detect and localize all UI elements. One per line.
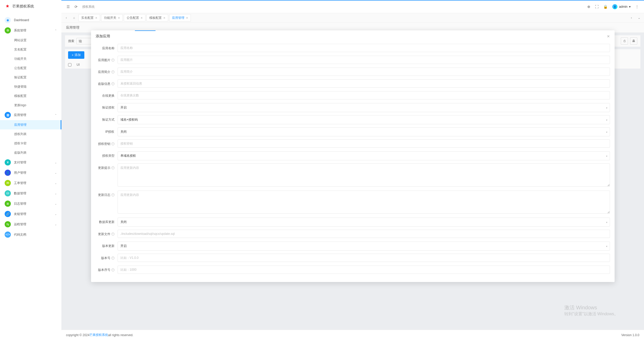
help-icon[interactable]: ? — [111, 82, 115, 85]
label-ip-auth: IP授权 — [105, 127, 114, 136]
avatar: 👤 — [612, 4, 617, 9]
sidebar-item-quick-login[interactable]: 快捷登陆 — [0, 82, 61, 91]
database-icon: ⛁ — [5, 190, 11, 196]
modal-title: 添加应用 — [96, 34, 110, 39]
help-icon[interactable]: ? — [111, 193, 115, 196]
chevron-down-icon: ⌄ — [55, 171, 57, 174]
header: ☰ ⟳ 授权系统 ⊕ ⛶ 🔒 👤 admin▾ ⋮ — [61, 0, 644, 13]
label-verify-auth: 验证授权 — [102, 103, 115, 112]
content: 应用管理 搜索 ⎙ 🖶 + 添加 — [61, 23, 644, 330]
sidebar-item-code[interactable]: </> 代码文档 — [0, 229, 61, 240]
help-icon[interactable]: ? — [111, 70, 115, 73]
sidebar-item-app-manage[interactable]: 应用管理 — [0, 120, 61, 129]
help-icon[interactable]: ? — [111, 233, 115, 236]
help-icon[interactable]: ? — [111, 256, 115, 260]
help-icon[interactable]: ? — [111, 268, 115, 271]
sidebar-item-realname[interactable]: 实名配置 — [0, 45, 61, 54]
version-seq-input[interactable] — [118, 266, 610, 274]
piracy-info-input[interactable] — [118, 79, 610, 88]
sidebar-item-pay[interactable]: ¥ 支付管理 ⌄ — [0, 157, 61, 168]
sidebar-item-template[interactable]: 模板配置 — [0, 91, 61, 101]
tab-app-manage[interactable]: 应用管理✕ — [169, 14, 191, 21]
user-menu[interactable]: 👤 admin▾ — [612, 4, 631, 9]
sidebar: 芒果授权系统 ◉ Dashboard ⚙ 系统管理 ⌃ 网站设置 实名配置 功能… — [0, 0, 61, 340]
sidebar-item-site-settings[interactable]: 网站设置 — [0, 36, 61, 45]
sidebar-item-remote[interactable]: ⇆ 远程管理 ⌄ — [0, 219, 61, 229]
footer-link[interactable]: 芒果授权系统 — [89, 333, 108, 337]
ver-update-select[interactable]: 开启 — [118, 242, 610, 251]
tab-realname[interactable]: 实名配置✕ — [78, 14, 100, 21]
app-name-input[interactable] — [118, 44, 610, 52]
sidebar-item-dashboard[interactable]: ◉ Dashboard — [0, 15, 61, 25]
tabs-home[interactable]: ⌂ — [71, 14, 77, 21]
sidebar-item-piracy[interactable]: 盗版列表 — [0, 148, 61, 157]
label-auth-secret: 授权密钥 — [98, 139, 110, 148]
sidebar-item-auth-list[interactable]: 授权列表 — [0, 129, 61, 139]
sidebar-item-notice[interactable]: 公告配置 — [0, 63, 61, 73]
update-log-textarea[interactable] — [118, 190, 610, 214]
close-icon[interactable]: ✕ — [141, 16, 143, 19]
breadcrumb: 授权系统 — [82, 5, 95, 9]
sidebar-item-auth-card[interactable]: 授权卡密 — [0, 139, 61, 148]
chevron-down-icon: ⌄ — [55, 182, 57, 185]
menu-toggle-icon[interactable]: ☰ — [67, 5, 70, 9]
help-icon[interactable]: ? — [111, 142, 115, 145]
auth-secret-input[interactable] — [118, 139, 610, 148]
money-icon: ¥ — [5, 159, 11, 165]
footer-version: Version 1.0.0 — [621, 333, 639, 337]
sidebar-item-system[interactable]: ⚙ 系统管理 ⌃ — [0, 25, 61, 36]
help-icon[interactable]: ? — [111, 166, 115, 169]
tabs-dropdown[interactable]: ⌄ — [636, 14, 642, 21]
lock-icon[interactable]: 🔒 — [603, 5, 608, 9]
tab-notice[interactable]: 公告配置✕ — [124, 14, 145, 21]
share-icon: ⇆ — [5, 221, 11, 227]
verify-mode-select[interactable]: 域名+授权码 — [118, 115, 610, 124]
sidebar-item-verify[interactable]: 验证配置 — [0, 73, 61, 82]
sidebar-item-ticket[interactable]: ✉ 工单管理 ⌄ — [0, 178, 61, 188]
tabs-next[interactable]: › — [628, 14, 635, 21]
version-input[interactable] — [118, 254, 610, 262]
sidebar-item-log[interactable]: ≣ 日志管理 ⌄ — [0, 198, 61, 209]
close-icon[interactable]: ✕ — [607, 34, 610, 38]
close-icon[interactable]: ✕ — [95, 16, 97, 19]
log-icon: ≣ — [5, 201, 11, 207]
help-icon[interactable]: ? — [111, 59, 115, 62]
label-app-name: 应用名称 — [102, 44, 115, 53]
link-icon: 🔗 — [5, 211, 11, 217]
app-img-input[interactable] — [118, 56, 610, 64]
verify-auth-select[interactable]: 开启 — [118, 103, 610, 112]
globe-icon[interactable]: ⊕ — [587, 5, 590, 9]
tabs-prev[interactable]: ‹ — [63, 14, 70, 21]
label-app-img: 应用图片 — [98, 56, 110, 64]
db-update-select[interactable]: 关闭 — [118, 218, 610, 227]
close-icon[interactable]: ✕ — [118, 16, 120, 19]
update-file-input[interactable] — [118, 230, 610, 238]
more-icon[interactable]: ⋮ — [635, 5, 639, 9]
refresh-icon[interactable]: ⟳ — [75, 5, 78, 9]
label-db-update: 数据库更新 — [99, 218, 115, 226]
chevron-down-icon: ⌄ — [55, 161, 57, 164]
label-verify-mode: 验证方式 — [102, 115, 115, 124]
sidebar-item-feature[interactable]: 功能开关 — [0, 54, 61, 63]
user-name: admin — [619, 5, 627, 9]
sidebar-item-link[interactable]: 🔗 友链管理 ⌄ — [0, 209, 61, 219]
update-tip-textarea[interactable] — [118, 163, 610, 187]
app-name: 芒果授权系统 — [12, 4, 34, 9]
tab-feature[interactable]: 功能开关✕ — [101, 14, 123, 21]
modal-mask: 添加应用 ✕ 应用名称 应用图片? 应用简介? — [61, 23, 644, 330]
chevron-down-icon: ⌄ — [55, 223, 57, 226]
auth-type-select[interactable]: 单域名授权 — [118, 151, 610, 160]
close-icon[interactable]: ✕ — [163, 16, 165, 19]
fullscreen-icon[interactable]: ⛶ — [595, 5, 599, 9]
online-swap-input[interactable] — [118, 91, 610, 99]
app-intro-input[interactable] — [118, 68, 610, 76]
sidebar-item-user[interactable]: 👤 用户管理 ⌄ — [0, 168, 61, 178]
close-icon[interactable]: ✕ — [186, 16, 188, 19]
tab-template[interactable]: 模板配置✕ — [146, 14, 168, 21]
ip-auth-select[interactable]: 关闭 — [118, 127, 610, 136]
code-icon: </> — [5, 231, 11, 238]
sidebar-item-app[interactable]: ▦ 应用管理 ⌃ — [0, 110, 61, 120]
sidebar-item-logo[interactable]: 更换logo — [0, 101, 61, 110]
sidebar-item-data[interactable]: ⛁ 数据管理 ⌄ — [0, 188, 61, 198]
modal: 添加应用 ✕ 应用名称 应用图片? 应用简介? — [91, 30, 615, 282]
